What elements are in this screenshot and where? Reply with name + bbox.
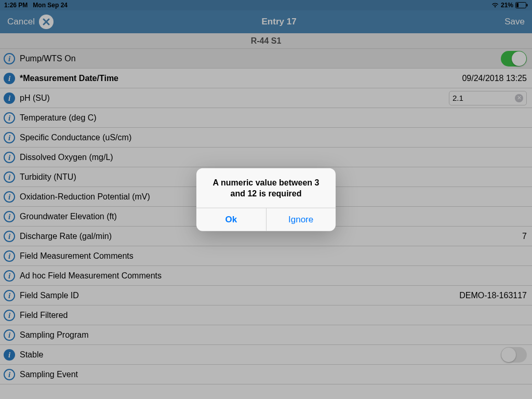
alert-ignore-button[interactable]: Ignore: [266, 208, 336, 231]
validation-alert: A numeric value between 3 and 12 is requ…: [196, 168, 336, 231]
alert-ok-button[interactable]: Ok: [196, 208, 266, 231]
alert-message: A numeric value between 3 and 12 is requ…: [196, 168, 336, 208]
